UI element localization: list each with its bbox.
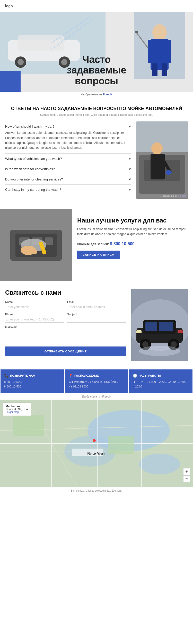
svg-rect-13 bbox=[148, 40, 153, 63]
contact-submit-button[interactable]: ОТПРАВИТЬ СООБЩЕНИЕ bbox=[5, 346, 126, 356]
services-phone-link[interactable]: 8-800-10-500 bbox=[110, 242, 135, 246]
info-card-hours: 🕐 ЧАСЫ РАБОТЫ Пн – Пт ….. 11:00 – 20:00,… bbox=[129, 369, 192, 393]
faq-item-1-question: What types of vehicles can you wash? bbox=[5, 157, 62, 161]
contact-car-image bbox=[131, 289, 188, 361]
contact-name-label: Name bbox=[5, 300, 64, 303]
info-card-location: 📍 РАСПОЛОЖЕНИЕ 121 Рок-стрит, 21 а авеню… bbox=[65, 369, 128, 393]
location-icon: 📍 bbox=[68, 374, 73, 378]
faq-chevron-3: ∨ bbox=[129, 177, 131, 181]
faq-item-4: Can I stay in my car during the wash? ∨ bbox=[5, 185, 131, 195]
faq-item-0-header[interactable]: How often should I wash my car? ∨ bbox=[5, 125, 131, 128]
svg-rect-14 bbox=[166, 40, 171, 63]
services-description: Lorem ipsum dolor sit amet, consectetur … bbox=[77, 227, 188, 237]
faq-item-4-question: Can I stay in my car during the wash? bbox=[5, 188, 61, 192]
faq-chevron-1: ∨ bbox=[129, 157, 131, 161]
services-phone: Звоните для записи: 8-800-10-500 bbox=[77, 241, 188, 247]
faq-item-0-answer: Answer: Lorem ipsum dolor sit amet, cons… bbox=[5, 130, 131, 150]
services-title: Наши лучшие услуги для вас bbox=[77, 217, 188, 224]
svg-point-4 bbox=[17, 59, 24, 65]
info-cards-credit: Изображения из Freepik bbox=[0, 394, 193, 400]
info-card-location-title: 📍 РАСПОЛОЖЕНИЕ bbox=[68, 374, 125, 378]
faq-item-3-question: Do you offer interior cleaning services? bbox=[5, 177, 63, 181]
phone-icon: 📞 bbox=[4, 374, 8, 378]
contact-phone-label: Phone bbox=[5, 313, 64, 316]
faq-chevron-4: ∨ bbox=[129, 188, 131, 192]
contact-form: Свяжитесь с нами Name Email Phone Subjec… bbox=[5, 289, 126, 361]
contact-phone-subject-row: Phone Subject bbox=[5, 313, 126, 323]
contact-name-field: Name bbox=[5, 300, 64, 310]
faq-item-2-header[interactable]: Is the wash safe for convertibles? ∨ bbox=[5, 167, 131, 171]
header: logo ≡ bbox=[0, 0, 193, 12]
faq-item-1-header[interactable]: What types of vehicles can you wash? ∨ bbox=[5, 157, 131, 161]
svg-rect-36 bbox=[22, 250, 37, 254]
menu-icon[interactable]: ≡ bbox=[185, 3, 188, 9]
contact-phone-input[interactable] bbox=[5, 317, 64, 323]
faq-items-list: How often should I wash my car? ∨ Answer… bbox=[5, 121, 131, 199]
svg-point-55 bbox=[139, 454, 180, 474]
contact-name-email-row: Name Email bbox=[5, 300, 126, 310]
map-background: New York Manhattan New York, NY, USA Lar… bbox=[0, 400, 193, 487]
info-card-hours-text: Пн – Пт ….. 11:00 – 20:00, Сб, Вс…. 6:00… bbox=[133, 380, 189, 389]
svg-rect-49 bbox=[136, 330, 142, 333]
info-card-phone-title: 📞 ПОЗВОНИТЕ НАМ bbox=[4, 374, 60, 378]
faq-item-0-question: How often should I wash my car? bbox=[5, 125, 54, 128]
contact-title: Свяжитесь с нами bbox=[5, 289, 126, 296]
faq-item-3-header[interactable]: Do you offer interior cleaning services?… bbox=[5, 177, 131, 181]
hero-credit-link[interactable]: Freepik bbox=[103, 93, 112, 96]
map-address-city: Manhattan bbox=[6, 405, 28, 408]
svg-point-11 bbox=[152, 24, 167, 41]
hero-worker-image bbox=[134, 12, 185, 79]
hero-title-container: Часто задаваемые вопросы bbox=[55, 54, 138, 87]
faq-item-2-question: Is the wash safe for convertibles? bbox=[5, 167, 55, 171]
info-card-phone: 📞 ПОЗВОНИТЕ НАМ 8-800-10-500, 8-800-10-5… bbox=[1, 369, 64, 393]
faq-right-credit: Изображение из Freepik bbox=[160, 195, 186, 197]
contact-email-field: Email bbox=[67, 300, 126, 310]
svg-rect-43 bbox=[145, 322, 157, 331]
services-appointment-button[interactable]: ЗАПИСЬ НА ПРИЕМ bbox=[77, 251, 120, 259]
faq-subtitle: Sample text. Click to select the text bo… bbox=[5, 113, 188, 116]
faq-chevron-0: ∨ bbox=[129, 125, 131, 128]
svg-point-27 bbox=[165, 170, 172, 175]
contact-message-field: Message bbox=[5, 325, 126, 340]
map-pin bbox=[93, 439, 96, 442]
faq-worker-svg bbox=[136, 121, 188, 199]
faq-section: ОТВЕТЫ НА ЧАСТО ЗАДАВАЕМЫЕ ВОПРОСЫ ПО МО… bbox=[0, 98, 193, 204]
faq-item-3: Do you offer interior cleaning services?… bbox=[5, 174, 131, 185]
hero-blue-block-left bbox=[0, 71, 21, 92]
faq-chevron-2: ∨ bbox=[129, 167, 131, 171]
contact-subject-label: Subject bbox=[67, 313, 126, 316]
contact-message-label: Message bbox=[5, 325, 126, 328]
contact-subject-input[interactable] bbox=[67, 317, 126, 323]
svg-point-23 bbox=[151, 142, 163, 155]
contact-name-input[interactable] bbox=[5, 304, 64, 310]
contact-email-input[interactable] bbox=[67, 304, 126, 310]
services-section: Наши лучшие услуги для вас Lorem ipsum d… bbox=[0, 209, 193, 281]
svg-rect-15 bbox=[152, 63, 157, 76]
svg-rect-18 bbox=[135, 31, 138, 33]
faq-item-4-header[interactable]: Can I stay in my car during the wash? ∨ bbox=[5, 188, 131, 192]
svg-rect-44 bbox=[159, 322, 173, 331]
services-image bbox=[0, 209, 72, 281]
contact-subject-field: Subject bbox=[67, 313, 126, 323]
hero-section: Часто задаваемые вопросы bbox=[0, 12, 193, 92]
info-card-hours-title: 🕐 ЧАСЫ РАБОТЫ bbox=[133, 374, 189, 378]
hero-title: Часто задаваемые вопросы bbox=[55, 54, 138, 87]
map-address-link[interactable]: Larger map bbox=[6, 411, 28, 414]
contact-section: Свяжитесь с нами Name Email Phone Subjec… bbox=[0, 281, 193, 369]
map-address-line: New York, NY, USA bbox=[6, 408, 28, 411]
faq-title: ОТВЕТЫ НА ЧАСТО ЗАДАВАЕМЫЕ ВОПРОСЫ ПО МО… bbox=[5, 106, 188, 112]
contact-car-svg bbox=[131, 289, 188, 361]
svg-point-48 bbox=[171, 341, 177, 348]
contact-message-textarea[interactable] bbox=[5, 329, 126, 339]
map-zoom-out-button[interactable]: − bbox=[183, 475, 190, 482]
info-cards-container: 📞 ПОЗВОНИТЕ НАМ 8-800-10-500, 8-800-10-5… bbox=[0, 369, 193, 393]
map-address-box: Manhattan New York, NY, USA Larger map bbox=[3, 403, 31, 416]
svg-rect-64 bbox=[108, 436, 134, 454]
worker-svg bbox=[134, 12, 185, 79]
clock-icon: 🕐 bbox=[133, 374, 137, 378]
faq-right-image: Изображение из Freepik bbox=[136, 121, 188, 199]
map-zoom-in-button[interactable]: + bbox=[183, 468, 190, 475]
svg-rect-50 bbox=[178, 330, 183, 333]
svg-point-46 bbox=[142, 341, 148, 348]
services-svg bbox=[0, 209, 72, 281]
